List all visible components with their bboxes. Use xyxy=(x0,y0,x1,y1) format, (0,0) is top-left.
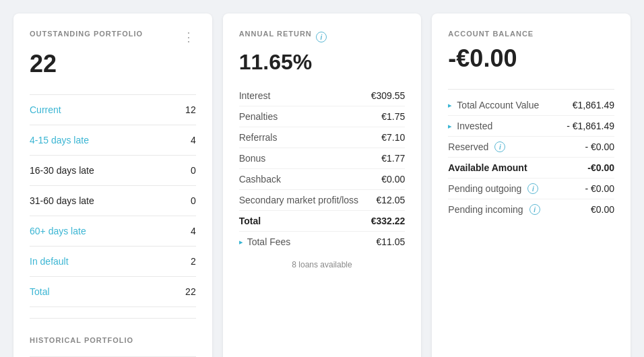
portfolio-item-label[interactable]: 60+ days late xyxy=(30,226,86,236)
historical-title: HISTORICAL PORTFOLIO xyxy=(30,336,196,344)
balance-item-label: Pending outgoingi xyxy=(448,183,538,194)
balance-info-icon[interactable]: i xyxy=(527,183,538,194)
portfolio-item-label[interactable]: 4-15 days late xyxy=(30,135,89,145)
balance-list-item: Pending outgoingi- €0.00 xyxy=(448,178,614,199)
portfolio-item-label[interactable]: In default xyxy=(30,256,69,267)
balance-item-value: - €0.00 xyxy=(585,183,614,194)
annual-item-label: Penalties xyxy=(239,111,278,122)
annual-card: ANNUAL RETURN i 11.65% Interest€309.55Pe… xyxy=(223,13,422,357)
portfolio-title: OUTSTANDING PORTFOLIO xyxy=(30,30,143,38)
annual-list-item: Bonus€1.77 xyxy=(239,148,406,169)
balance-item-label: ▸Total Account Value xyxy=(448,100,539,110)
balance-card: ACCOUNT BALANCE -€0.00 ▸Total Account Va… xyxy=(432,13,631,357)
balance-list-item: Reservedi- €0.00 xyxy=(448,137,614,158)
annual-item-value: €332.22 xyxy=(371,216,406,226)
loans-available: 8 loans available xyxy=(239,260,406,269)
balance-item-value: €0.00 xyxy=(591,204,614,215)
portfolio-item-label[interactable]: Total xyxy=(30,286,50,297)
balance-item-label: Available Amount xyxy=(448,162,527,173)
balance-title: ACCOUNT BALANCE xyxy=(448,30,614,38)
balance-big-number: -€0.00 xyxy=(448,44,614,73)
balance-chevron-icon[interactable]: ▸ xyxy=(448,122,452,131)
portfolio-list-item: 16-30 days late0 xyxy=(30,161,196,180)
annual-item-value: €1.77 xyxy=(381,153,405,164)
portfolio-item-value: 12 xyxy=(185,104,196,115)
annual-title: ANNUAL RETURN xyxy=(239,30,312,38)
portfolio-item-value: 22 xyxy=(185,286,196,297)
portfolio-list-item: In default2 xyxy=(30,252,196,271)
balance-item-label: Pending incomingi xyxy=(448,204,540,215)
annual-info-icon[interactable]: i xyxy=(316,32,327,42)
portfolio-item-value: 4 xyxy=(191,135,196,145)
portfolio-menu-icon[interactable]: ⋮ xyxy=(183,30,196,44)
annual-item-value: €0.00 xyxy=(381,174,405,185)
portfolio-card: OUTSTANDING PORTFOLIO ⋮ 22 Current124-15… xyxy=(13,13,212,357)
portfolio-item-value: 0 xyxy=(191,165,196,176)
portfolio-item-value: 2 xyxy=(191,256,196,267)
annual-item-value: €11.05 xyxy=(377,236,406,247)
portfolio-item-value: 0 xyxy=(191,195,196,206)
dashboard: OUTSTANDING PORTFOLIO ⋮ 22 Current124-15… xyxy=(0,0,644,357)
annual-list-item: Total€332.22 xyxy=(239,211,406,232)
annual-item-label: Cashback xyxy=(239,174,281,185)
balance-list-item: ▸Invested- €1,861.49 xyxy=(448,116,614,137)
portfolio-list-item: 4-15 days late4 xyxy=(30,131,196,150)
annual-item-label: Total xyxy=(239,216,261,226)
annual-item-value: €309.55 xyxy=(371,90,406,101)
annual-percentage: 11.65% xyxy=(239,50,406,75)
annual-list-item: Cashback€0.00 xyxy=(239,169,406,190)
portfolio-item-label[interactable]: Current xyxy=(30,104,61,115)
portfolio-item-label: 31-60 days late xyxy=(30,195,94,206)
balance-list-item: ▸Total Account Value€1,861.49 xyxy=(448,95,614,116)
portfolio-item-value: 4 xyxy=(191,226,196,236)
annual-item-label: Interest xyxy=(239,90,271,101)
balance-list-item: Pending incomingi€0.00 xyxy=(448,199,614,220)
balance-item-value: - €1,861.49 xyxy=(567,121,614,131)
balance-chevron-icon[interactable]: ▸ xyxy=(448,101,452,110)
balance-rows: ▸Total Account Value€1,861.49▸Invested- … xyxy=(448,95,614,220)
portfolio-list-item: Total22 xyxy=(30,282,196,301)
portfolio-item-label: 16-30 days late xyxy=(30,165,94,176)
fees-chevron-icon[interactable]: ▸ xyxy=(239,238,243,247)
balance-item-label: ▸Invested xyxy=(448,121,492,131)
balance-item-value: - €0.00 xyxy=(585,141,614,152)
annual-list-item: Interest€309.55 xyxy=(239,86,406,106)
portfolio-list-item: 31-60 days late0 xyxy=(30,191,196,210)
annual-item-label: Bonus xyxy=(239,153,266,164)
annual-item-value: €12.05 xyxy=(377,195,406,205)
annual-item-label: Referrals xyxy=(239,132,278,143)
annual-rows: Interest€309.55Penalties€1.75Referrals€7… xyxy=(239,86,406,252)
annual-list-item: ▸Total Fees€11.05 xyxy=(239,232,406,252)
portfolio-list-item: Current12 xyxy=(30,100,196,119)
balance-item-value: €1,861.49 xyxy=(573,100,614,110)
portfolio-big-number: 22 xyxy=(30,50,196,78)
annual-item-value: €7.10 xyxy=(381,132,405,143)
balance-list-item: Available Amount-€0.00 xyxy=(448,158,614,178)
annual-item-label: ▸Total Fees xyxy=(239,236,291,247)
annual-list-item: Penalties€1.75 xyxy=(239,106,406,127)
portfolio-list-item: 60+ days late4 xyxy=(30,222,196,240)
balance-info-icon[interactable]: i xyxy=(494,141,505,152)
annual-item-label: Secondary market profit/loss xyxy=(239,195,358,205)
portfolio-list: Current124-15 days late416-30 days late0… xyxy=(30,100,196,313)
annual-list-item: Referrals€7.10 xyxy=(239,127,406,148)
balance-item-label: Reservedi xyxy=(448,141,505,152)
annual-list-item: Secondary market profit/loss€12.05 xyxy=(239,190,406,211)
balance-info-icon[interactable]: i xyxy=(529,204,540,215)
annual-item-value: €1.75 xyxy=(381,111,405,122)
balance-item-value: -€0.00 xyxy=(587,162,614,173)
